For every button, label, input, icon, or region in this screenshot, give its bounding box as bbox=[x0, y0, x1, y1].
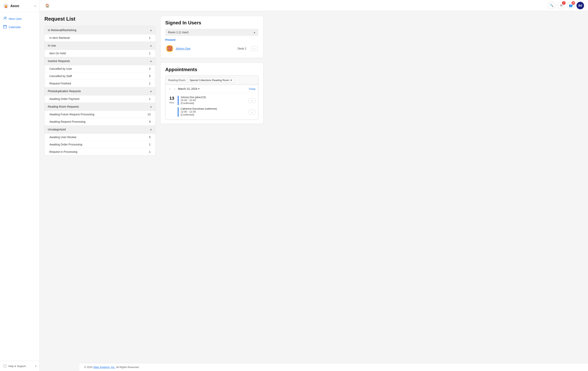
appt-entry-name: Johnny Doe (jdoe123) bbox=[180, 96, 247, 99]
svg-rect-7 bbox=[3, 25, 7, 28]
mail-icon: ✉ bbox=[560, 4, 563, 7]
right-panel: Signed In Users Room 1 (1 User) ▲ Presen… bbox=[160, 16, 263, 358]
appt-entry-time: 12:00 - 12:30 bbox=[180, 110, 247, 113]
reading-room-label: Reading Room bbox=[168, 79, 186, 82]
room-select[interactable]: Special Collections Reading Room ▾ bbox=[188, 78, 234, 83]
appointments-title: Appointments bbox=[165, 67, 259, 72]
avatar-initials: Bd bbox=[578, 4, 582, 7]
user-avatar-button[interactable]: Bd bbox=[577, 2, 584, 9]
sidebar-footer[interactable]: ? Help & Support ▾ bbox=[0, 361, 40, 371]
request-row[interactable]: Request In Processing1 bbox=[45, 148, 155, 155]
request-row[interactable]: Awaiting Order Payment1 bbox=[45, 95, 155, 103]
user-row: 🧱 Johnny Doe Desk 2 ··· bbox=[165, 43, 259, 54]
present-label: Present bbox=[165, 38, 259, 41]
appt-day-name: Wed bbox=[168, 101, 175, 104]
appt-date: March 13, 2024 ▾ bbox=[178, 87, 199, 90]
request-row-label: Cancelled by User bbox=[49, 67, 72, 70]
appt-entry: Johnny Doe (jdoe123) 10:30 - 10:45 (Conf… bbox=[178, 96, 255, 105]
request-row-label: In Item Retrieval bbox=[49, 36, 70, 40]
appointments-nav: ‹ › March 13, 2024 ▾ Today bbox=[166, 85, 258, 93]
request-row-label: Awaiting Order Processing bbox=[49, 143, 82, 146]
footer-copyright: © 2024 bbox=[84, 366, 93, 369]
appt-prev-button[interactable]: ‹ bbox=[168, 86, 172, 91]
appt-entry-status: (Confirmed) bbox=[180, 113, 247, 116]
request-row-count: 9 bbox=[149, 120, 151, 123]
help-support-label: ? Help & Support bbox=[3, 364, 26, 368]
section-header-uncategorized[interactable]: Uncategorized▲ bbox=[45, 125, 155, 134]
request-row-count: 1 bbox=[149, 82, 151, 85]
aeon-logo-icon bbox=[3, 3, 9, 9]
mail-button[interactable]: ✉ 1 bbox=[557, 2, 565, 9]
user-desk: Desk 2 bbox=[238, 47, 246, 50]
section-chevron-icon: ▲ bbox=[150, 60, 152, 62]
help-icon: ? bbox=[3, 364, 7, 368]
request-row[interactable]: Awaiting Request Processing9 bbox=[45, 118, 155, 125]
signed-in-users-card: Signed In Users Room 1 (1 User) ▲ Presen… bbox=[160, 16, 263, 58]
appt-entry-status: (Confirmed) bbox=[180, 102, 247, 105]
footer-company-link[interactable]: Atlas Systems, Inc. bbox=[93, 366, 115, 369]
sidebar-logo: Aeon ‹‹ bbox=[0, 0, 40, 12]
today-button[interactable]: Today bbox=[249, 87, 255, 90]
request-row[interactable]: Awaiting Order Processing1 bbox=[45, 141, 155, 148]
appt-options-button[interactable]: ··· bbox=[249, 98, 255, 103]
mail-badge: 1 bbox=[562, 1, 566, 5]
request-row-count: 1 bbox=[149, 143, 151, 146]
request-row-label: Awaiting User Review bbox=[49, 136, 76, 139]
appointments-table: Reading Room Special Collections Reading… bbox=[165, 76, 259, 120]
help-chevron-icon: ▾ bbox=[35, 365, 36, 367]
request-row-count: 1 bbox=[149, 97, 151, 100]
request-row-count: 5 bbox=[149, 136, 151, 139]
request-row-label: Item On Hold bbox=[49, 52, 66, 55]
sidebar-app-name: Aeon bbox=[10, 4, 19, 8]
topbar: 🏠 🔍 ✉ 1 👥 18 Bd bbox=[40, 0, 588, 11]
request-row[interactable]: In Item Retrieval1 bbox=[45, 34, 155, 42]
request-row[interactable]: Cancelled by Staff5 bbox=[45, 72, 155, 80]
request-row[interactable]: Awaiting User Review5 bbox=[45, 134, 155, 141]
section-label: In Retrieval/Reshelving bbox=[48, 29, 76, 32]
section-chevron-icon: ▲ bbox=[150, 105, 152, 108]
sidebar-item-calendar-label: Calendar bbox=[9, 25, 21, 29]
appointments-card: Appointments Reading Room Special Collec… bbox=[160, 63, 263, 124]
section-header-inactive[interactable]: Inactive Requests▲ bbox=[45, 57, 155, 65]
appt-options-button[interactable]: ··· bbox=[249, 110, 255, 114]
sidebar-nav: New User Calendar bbox=[0, 12, 40, 361]
section-header-reading-room[interactable]: Reading Room Requests▲ bbox=[45, 103, 155, 111]
room-chevron-icon: ▲ bbox=[253, 31, 256, 34]
content-wrapper: 🏠 🔍 ✉ 1 👥 18 Bd bbox=[40, 0, 588, 371]
sidebar-item-new-user[interactable]: New User bbox=[0, 14, 40, 23]
request-row-count: 1 bbox=[149, 36, 151, 40]
request-row-label: Awaiting Order Payment bbox=[49, 97, 79, 100]
user-options-button[interactable]: ··· bbox=[251, 46, 258, 51]
home-icon: 🏠 bbox=[45, 3, 50, 8]
main-area: Request List In Retrieval/Reshelving▲In … bbox=[40, 11, 588, 363]
request-row[interactable]: Cancelled by User2 bbox=[45, 65, 155, 72]
section-header-photodup[interactable]: Photoduplication Requests▲ bbox=[45, 87, 155, 95]
sidebar-item-calendar[interactable]: Calendar bbox=[0, 23, 40, 31]
left-panel: Request List In Retrieval/Reshelving▲In … bbox=[44, 16, 156, 358]
sidebar-collapse-button[interactable]: ‹‹ bbox=[34, 4, 36, 8]
request-row-count: 5 bbox=[149, 75, 151, 78]
room-select-value: Special Collections Reading Room bbox=[190, 79, 229, 82]
appt-entry-info: Catherine Earnshaw (catherine) 12:00 - 1… bbox=[180, 107, 247, 116]
user-name-link[interactable]: Johnny Doe bbox=[176, 47, 235, 50]
section-header-in-retrieval[interactable]: In Retrieval/Reshelving▲ bbox=[45, 26, 155, 34]
home-button[interactable]: 🏠 bbox=[44, 2, 51, 9]
appt-date-chevron-icon: ▾ bbox=[198, 87, 199, 90]
request-row[interactable]: Awaiting Future Request Processing13 bbox=[45, 111, 155, 118]
room-header[interactable]: Room 1 (1 User) ▲ bbox=[165, 29, 259, 36]
section-header-in-use[interactable]: In Use▲ bbox=[45, 42, 155, 50]
appt-next-button[interactable]: › bbox=[173, 86, 177, 91]
signed-in-users-title: Signed In Users bbox=[165, 20, 259, 26]
appt-entry: Catherine Earnshaw (catherine) 12:00 - 1… bbox=[178, 107, 255, 117]
request-row-label: Request In Processing bbox=[49, 150, 77, 153]
request-list-title: Request List bbox=[44, 16, 156, 22]
sidebar-item-new-user-label: New User bbox=[9, 17, 22, 20]
request-row[interactable]: Item On Hold1 bbox=[45, 50, 155, 57]
request-row[interactable]: Request Finished1 bbox=[45, 80, 155, 87]
request-row-count: 1 bbox=[149, 52, 151, 55]
people-button[interactable]: 👥 18 bbox=[567, 2, 575, 9]
appt-entry-time: 10:30 - 10:45 bbox=[180, 99, 247, 102]
search-button[interactable]: 🔍 bbox=[548, 2, 556, 9]
appt-day-number: 13 bbox=[168, 96, 175, 101]
section-label: Inactive Requests bbox=[48, 60, 70, 63]
